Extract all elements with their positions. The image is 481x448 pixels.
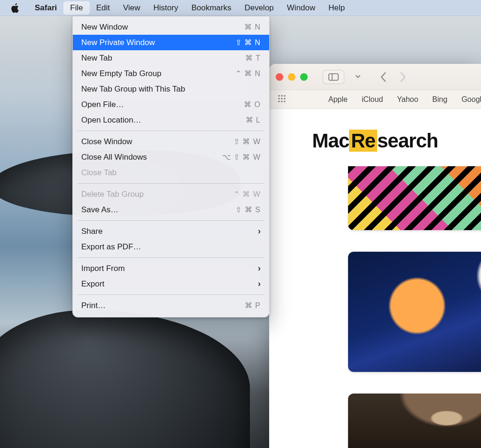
menu-item-label: Close Window <box>81 137 233 147</box>
menu-item-shortcut: ⌘ O <box>244 100 261 109</box>
menu-item-shortcut: ⌃ ⌘ N <box>235 69 261 78</box>
menu-item-shortcut: ⇧ ⌘ W <box>233 137 261 146</box>
svg-point-9 <box>281 100 282 102</box>
svg-point-7 <box>284 98 285 99</box>
menu-item[interactable]: Import From› <box>73 261 269 276</box>
menu-item-label: New Empty Tab Group <box>81 69 235 78</box>
menu-item[interactable]: Open Location…⌘ L <box>73 112 269 128</box>
article-thumbnail[interactable] <box>348 166 481 230</box>
menu-item[interactable]: Close All Windows⌥ ⇧ ⌘ W <box>73 149 269 165</box>
safari-window: Apple iCloud Yahoo Bing Google MacResear… <box>269 64 481 448</box>
menu-item-label: New Tab <box>81 54 245 63</box>
menu-item[interactable]: Export as PDF… <box>73 239 269 255</box>
menu-item-shortcut: ⌘ P <box>245 301 261 310</box>
menubar-item-help[interactable]: Help <box>322 1 351 15</box>
svg-point-2 <box>278 95 279 96</box>
safari-titlebar <box>269 64 481 90</box>
favorite-link[interactable]: iCloud <box>362 95 383 104</box>
menu-item[interactable]: New Tab⌘ T <box>73 50 269 66</box>
menu-item[interactable]: Open File…⌘ O <box>73 97 269 112</box>
menu-item-shortcut: ⌥ ⇧ ⌘ W <box>222 153 261 162</box>
menu-item-label: Export as PDF… <box>81 242 261 252</box>
menu-separator <box>78 131 264 131</box>
menubar-item-file[interactable]: File <box>63 1 89 15</box>
menu-item-label: Open Location… <box>81 116 246 125</box>
favorite-link[interactable]: Yahoo <box>397 95 418 104</box>
menubar-item-develop[interactable]: Develop <box>238 1 280 15</box>
menubar-item-view[interactable]: View <box>116 1 147 15</box>
logo-text-pre: Mac <box>312 130 349 152</box>
menu-item-label: Save As… <box>81 205 235 215</box>
menu-item-label: New Tab Group with This Tab <box>81 85 261 94</box>
svg-point-5 <box>278 98 279 99</box>
menubar-item-bookmarks[interactable]: Bookmarks <box>185 1 238 15</box>
menu-item[interactable]: Print…⌘ P <box>73 298 269 313</box>
article-thumbnail[interactable] <box>348 252 481 372</box>
menu-item[interactable]: Share› <box>73 224 269 239</box>
menu-separator <box>78 220 264 221</box>
favorites-bar: Apple iCloud Yahoo Bing Google <box>269 90 481 109</box>
menu-item-shortcut: ⌘ T <box>245 54 261 62</box>
menu-item-label: New Window <box>81 23 244 32</box>
sidebar-toggle-button[interactable] <box>323 70 344 84</box>
menu-item: Delete Tab Group⌃ ⌘ W <box>73 186 269 202</box>
zoom-window-button[interactable] <box>300 73 308 81</box>
menu-item-label: Import From <box>81 264 258 273</box>
menu-item-label: Close All Windows <box>81 153 222 162</box>
menu-item-shortcut: ⇧ ⌘ S <box>235 205 261 214</box>
favorite-link[interactable]: Google <box>461 95 481 104</box>
svg-rect-0 <box>329 74 338 80</box>
menu-item[interactable]: New Private Window⇧ ⌘ N <box>73 35 269 50</box>
menu-item-shortcut: ⌃ ⌘ W <box>233 190 261 199</box>
menu-item-label: Share <box>81 227 258 236</box>
svg-point-10 <box>284 100 285 102</box>
menu-item-label: Delete Tab Group <box>81 190 233 199</box>
svg-point-6 <box>281 98 282 99</box>
submenu-arrow-icon: › <box>258 263 261 273</box>
menu-separator <box>78 294 264 295</box>
back-button[interactable] <box>379 72 388 82</box>
svg-point-4 <box>284 95 285 96</box>
menu-item[interactable]: New Empty Tab Group⌃ ⌘ N <box>73 66 269 81</box>
tab-group-dropdown-icon[interactable] <box>353 73 363 81</box>
menu-item-label: New Private Window <box>81 38 235 47</box>
favorite-link[interactable]: Apple <box>328 95 348 104</box>
site-logo: MacResearch <box>269 130 481 152</box>
logo-text-post: search <box>377 130 438 152</box>
favorite-link[interactable]: Bing <box>432 95 447 104</box>
menu-item-label: Open File… <box>81 100 244 109</box>
web-content: MacResearch <box>269 109 481 448</box>
menu-item-label: Print… <box>81 301 245 310</box>
menu-item: Close Tab <box>73 165 269 180</box>
menubar-item-window[interactable]: Window <box>280 1 322 15</box>
menubar-item-history[interactable]: History <box>147 1 185 15</box>
minimize-window-button[interactable] <box>288 73 295 81</box>
menu-item-shortcut: ⇧ ⌘ N <box>235 38 261 47</box>
svg-point-8 <box>278 100 279 102</box>
menu-item[interactable]: New Window⌘ N <box>73 19 269 35</box>
logo-text-highlight: Re <box>349 130 377 152</box>
show-start-page-icon[interactable] <box>278 94 286 105</box>
menu-item[interactable]: New Tab Group with This Tab <box>73 81 269 97</box>
menu-separator <box>78 257 264 258</box>
menu-separator <box>78 183 264 184</box>
menubar-app-name[interactable]: Safari <box>28 1 63 15</box>
menu-item-label: Close Tab <box>81 168 261 178</box>
apple-menu-icon[interactable] <box>9 2 22 14</box>
file-menu-dropdown: New Window⌘ NNew Private Window⇧ ⌘ NNew … <box>72 16 270 317</box>
system-menubar: Safari File Edit View History Bookmarks … <box>0 0 481 16</box>
menu-item[interactable]: Export› <box>73 276 269 292</box>
menu-item[interactable]: Save As…⇧ ⌘ S <box>73 202 269 217</box>
menu-item-shortcut: ⌘ L <box>246 116 261 124</box>
forward-button[interactable] <box>399 72 407 82</box>
menu-item[interactable]: Close Window⇧ ⌘ W <box>73 134 269 149</box>
submenu-arrow-icon: › <box>258 226 261 236</box>
svg-point-3 <box>281 95 282 96</box>
submenu-arrow-icon: › <box>258 279 261 289</box>
article-thumbnail[interactable] <box>348 394 481 448</box>
menu-item-shortcut: ⌘ N <box>244 23 261 31</box>
window-traffic-lights <box>276 73 308 81</box>
menubar-item-edit[interactable]: Edit <box>90 1 116 15</box>
close-window-button[interactable] <box>276 73 283 81</box>
menu-item-label: Export <box>81 279 258 289</box>
